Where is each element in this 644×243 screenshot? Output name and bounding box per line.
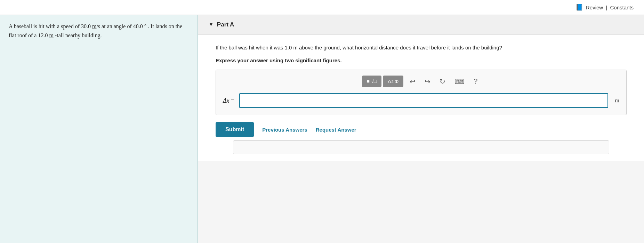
keyboard-icon: ⌨ xyxy=(454,78,465,85)
collapse-arrow-icon[interactable]: ▼ xyxy=(209,22,214,28)
separator: | xyxy=(606,5,607,10)
keyboard-button[interactable]: ⌨ xyxy=(452,76,467,87)
part-title: Part A xyxy=(217,21,234,28)
undo-icon: ↩ xyxy=(410,78,416,85)
submit-button[interactable]: Submit xyxy=(216,122,254,137)
left-panel: A baseball is hit with a speed of 30.0 m… xyxy=(0,15,198,243)
answer-box: ■ √□ ΑΣΦ ↩ ↪ ↻ xyxy=(216,70,627,115)
help-button[interactable]: ? xyxy=(471,76,480,87)
reset-button[interactable]: ↻ xyxy=(437,76,448,87)
help-icon: ? xyxy=(474,77,477,85)
problem-text: A baseball is hit with a speed of 30.0 m… xyxy=(9,22,189,40)
distance-unit: m xyxy=(293,45,298,50)
math-template-icon: ■ xyxy=(367,79,370,84)
right-panel: ▼ Part A If the ball was hit when it was… xyxy=(198,15,644,243)
height-unit-underline: m xyxy=(49,32,53,38)
book-icon: 📘 xyxy=(575,3,583,11)
action-row: Submit Previous Answers Request Answer xyxy=(216,122,627,140)
top-bar-links: Review | Constants xyxy=(586,5,634,10)
greek-symbols-button[interactable]: ΑΣΦ xyxy=(383,76,403,87)
undo-button[interactable]: ↩ xyxy=(407,76,418,87)
main-content: A baseball is hit with a speed of 30.0 m… xyxy=(0,15,644,243)
redo-button[interactable]: ↪ xyxy=(422,76,433,87)
greek-symbols-label: ΑΣΦ xyxy=(388,78,399,84)
input-label: Δx = xyxy=(223,97,234,104)
reset-icon: ↻ xyxy=(440,78,445,85)
top-bar: 📘 Review | Constants xyxy=(0,0,644,15)
previous-answers-button[interactable]: Previous Answers xyxy=(262,127,307,133)
math-radical-icon: √□ xyxy=(371,79,377,84)
answer-input[interactable] xyxy=(239,93,608,108)
speed-unit-underline: m xyxy=(92,23,96,29)
redo-icon: ↪ xyxy=(425,78,430,85)
question-text: If the ball was hit when it was 1.0 m ab… xyxy=(216,44,627,52)
bottom-stub xyxy=(233,140,609,154)
constants-link[interactable]: Constants xyxy=(610,5,634,10)
math-template-button[interactable]: ■ √□ xyxy=(362,76,382,87)
instruction-text: Express your answer using two significan… xyxy=(216,57,627,63)
toolbar: ■ √□ ΑΣΦ ↩ ↪ ↻ xyxy=(223,76,619,87)
toolbar-btn-group: ■ √□ ΑΣΦ xyxy=(362,76,404,87)
part-header: ▼ Part A xyxy=(198,15,644,35)
input-row: Δx = m xyxy=(223,93,619,108)
unit-label: m xyxy=(615,97,619,104)
part-body: If the ball was hit when it was 1.0 m ab… xyxy=(198,35,644,161)
review-link[interactable]: Review xyxy=(586,5,603,10)
request-answer-button[interactable]: Request Answer xyxy=(316,127,356,133)
